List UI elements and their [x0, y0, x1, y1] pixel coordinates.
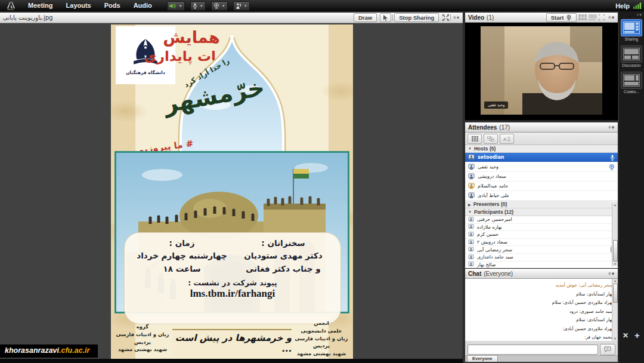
- stop-sharing-button[interactable]: Stop Sharing: [394, 13, 439, 22]
- attendee-name: سجاد درویش ۲: [477, 239, 507, 245]
- microphone-button[interactable]: ▼: [190, 1, 206, 11]
- start-webcam-button[interactable]: Start: [546, 13, 577, 22]
- video-pod-menu-icon[interactable]: ≡▾: [608, 15, 615, 20]
- participants-list: امیرحسین حرفتی بهاره ملازاده حسین کرم: [465, 216, 618, 276]
- host-role-icon: [468, 154, 475, 161]
- attendee-row[interactable]: سجاد درویش ۲: [465, 239, 618, 247]
- video-pod-header: Video (1) Start ≡▾: [465, 13, 618, 23]
- poster-block-line: انجمن: [291, 319, 352, 327]
- share-document-tab[interactable]: پاورپوینت پایانی.jpg: [3, 14, 53, 21]
- attendee-row[interactable]: امیرحسین حرفتی: [465, 216, 618, 224]
- layouts-menu-icon[interactable]: ≡▾: [636, 13, 642, 17]
- attendee-row[interactable]: علی خیاط آبادی: [465, 191, 618, 201]
- attendee-row[interactable]: setoodian: [465, 153, 618, 162]
- attendee-row[interactable]: بهاره ملازاده: [465, 224, 618, 232]
- filmstrip-view-icon[interactable]: [578, 14, 587, 20]
- attendee-row[interactable]: سید حامد داغداری: [465, 254, 618, 262]
- attendee-row[interactable]: سحر رمضانی آبی: [465, 246, 618, 254]
- poster-block-line: گروه: [112, 323, 173, 331]
- attendee-name: سحر رمضانی آبی: [477, 247, 512, 253]
- microphone-dropdown-arrow[interactable]: ▼: [200, 4, 203, 8]
- chat-pod-title: Chat: [468, 270, 481, 277]
- poster-block-line: علمی دانشجویی: [291, 327, 352, 335]
- menu-pods[interactable]: Pods: [98, 0, 127, 11]
- status-view-button[interactable]: A: [500, 134, 514, 144]
- chat-message: سحر رمضانی آبی: خوش آمدید: [472, 281, 613, 290]
- attendee-row[interactable]: حسین کرم: [465, 231, 618, 239]
- webcam-active-icon[interactable]: [609, 164, 615, 170]
- speaker-button[interactable]: ▼: [167, 1, 185, 11]
- chat-input-row: [465, 343, 618, 355]
- add-layout-icon[interactable]: +: [634, 330, 640, 340]
- fullscreen-icon[interactable]: [442, 14, 449, 21]
- connection-signal-icon[interactable]: [633, 2, 644, 9]
- grid-view-icon[interactable]: [589, 14, 597, 20]
- send-message-button[interactable]: [600, 344, 615, 355]
- layout-button-discussion[interactable]: [621, 46, 642, 62]
- chat-scrollbar[interactable]: ▲ ▼: [612, 279, 618, 341]
- participant-role-icon: [468, 262, 474, 267]
- breakout-view-button[interactable]: [484, 134, 498, 144]
- layouts-sidebar: ≡▾ Sharing Discussion Colabo... ✕ +: [619, 11, 644, 363]
- webcam-dropdown-arrow[interactable]: ▼: [222, 4, 225, 8]
- microphone-active-icon[interactable]: [610, 155, 615, 161]
- attendee-name: سید حامد داغداری: [477, 254, 513, 260]
- menu-audio[interactable]: Audio: [127, 0, 159, 11]
- poster-info-panel: سخنرانان : دکتر مهدی ستودیان و جناب دکتر…: [124, 232, 341, 324]
- video-fullscreen-icon[interactable]: [599, 14, 605, 20]
- pointer-tool-button[interactable]: [380, 13, 391, 22]
- raise-hand-button[interactable]: ▼: [233, 1, 250, 11]
- attendee-row[interactable]: صالح بهار: [465, 262, 618, 269]
- attendee-name: صالح بهار: [477, 262, 496, 267]
- close-icon[interactable]: ✕: [623, 331, 628, 340]
- shared-poster-image: دانشگاه فرهنگیان همایش ادبیات پایداری: [111, 24, 353, 359]
- watermark: khorasanrazavi.cfu.ac.ir: [0, 344, 98, 358]
- help-link[interactable]: Help: [612, 2, 633, 10]
- poster-time-column: زمان : چهارشنبه چهارم خرداد ساعت ۱۸: [134, 237, 230, 275]
- stage-letterbox-bar: [0, 359, 463, 363]
- av-controls: ▼ ▼ ▼ ▼: [167, 1, 250, 11]
- chat-input[interactable]: [467, 344, 598, 355]
- participants-group-header[interactable]: ▼ Participants (12): [465, 208, 618, 216]
- attendees-scrollbar[interactable]: ▲ ▼: [612, 203, 618, 266]
- menu-layouts[interactable]: Layouts: [60, 0, 98, 11]
- layout-button-collaboration[interactable]: [621, 72, 642, 88]
- chat-message: بهزاد ملاوردی حسین آبادی:: [472, 325, 613, 334]
- attendee-row[interactable]: حامد عبدالسلام: [465, 182, 618, 191]
- host-role-icon: [468, 183, 475, 189]
- discussion-layout-icon: [623, 48, 640, 60]
- draw-button[interactable]: Draw: [354, 13, 377, 22]
- watermark-domain: khorasanrazavi: [5, 346, 59, 355]
- raise-hand-icon: [236, 1, 242, 11]
- participant-role-icon: [468, 232, 474, 238]
- pointer-icon: [383, 15, 388, 21]
- tab-everyone[interactable]: Everyone: [467, 355, 498, 362]
- chat-pod-menu-icon[interactable]: ≡▾: [608, 271, 615, 276]
- attendee-name: وحید ثقفی: [478, 164, 499, 170]
- poster-block-line: شهید بهشتی مشهد: [112, 346, 173, 353]
- attendees-pod-menu-icon[interactable]: ≡▾: [608, 125, 615, 130]
- share-pod-menu-icon[interactable]: ≡▾: [453, 15, 460, 20]
- poster-speakers-column: سخنرانان : دکتر مهدی ستودیان و جناب دکتر…: [236, 237, 331, 275]
- menu-meeting[interactable]: Meeting: [21, 0, 60, 11]
- presenters-group-header[interactable]: ▶ Presenters (0): [465, 201, 618, 208]
- attendee-row[interactable]: وحید ثقفی: [465, 162, 618, 172]
- speaker-dropdown-arrow[interactable]: ▼: [179, 4, 182, 8]
- attendees-pod: Attendees (17) ≡▾ A ▼ Hosts (5): [465, 122, 618, 266]
- attendee-list-view-button[interactable]: [467, 134, 482, 144]
- video-pod-count: (1): [487, 14, 494, 21]
- chat-pod-header: Chat (Everyone) ≡▾: [465, 269, 618, 279]
- raise-hand-dropdown-arrow[interactable]: ▼: [244, 4, 247, 8]
- collaboration-layout-icon: [623, 74, 640, 87]
- webcam-button[interactable]: ▼: [211, 1, 228, 11]
- video-pod: Video (1) Start ≡▾: [465, 13, 618, 120]
- layout-button-sharing[interactable]: [621, 20, 642, 36]
- chat-bubble-icon: [604, 346, 611, 352]
- chat-tab-bar: Everyone: [465, 355, 618, 362]
- start-webcam-icon: [566, 15, 572, 20]
- hosts-group-header[interactable]: ▼ Hosts (5): [465, 145, 618, 153]
- webcam-feed: وحید ثقفی: [481, 26, 602, 115]
- attendee-row[interactable]: سجاد درویشی: [465, 172, 618, 182]
- sharing-layout-icon: [623, 21, 640, 34]
- layout-label-discussion: Discussion: [619, 63, 644, 67]
